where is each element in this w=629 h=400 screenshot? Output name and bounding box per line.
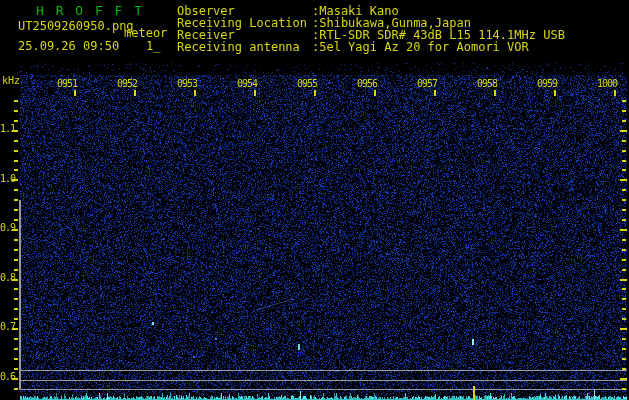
freq-tick-right [622, 150, 626, 152]
meteor-echo-mark [215, 338, 217, 340]
time-label-0954: 0954 [234, 79, 257, 89]
freq-label-0-6: 0.6 [0, 372, 17, 382]
freq-tick-left [14, 348, 18, 350]
app-title: H R O F F T [36, 4, 144, 17]
freq-tick-left [14, 259, 18, 261]
freq-tick-left [14, 338, 18, 340]
time-label-0952: 0952 [114, 79, 137, 89]
freq-tick-right [622, 388, 626, 390]
time-label-0956: 0956 [354, 79, 377, 89]
freq-tick-right [622, 358, 626, 360]
time-label-0951: 0951 [54, 79, 77, 89]
freq-tick-right [622, 298, 626, 300]
field-value-antenna: :5el Yagi Az 20 for Aomori VOR [312, 41, 529, 53]
freq-tick-right [622, 318, 626, 320]
field-label-antenna: Receiving antenna [177, 41, 300, 53]
spectrogram-noise-canvas [0, 0, 629, 400]
level-reference-line-lower [20, 389, 627, 390]
time-tick [494, 90, 496, 96]
hrofft-output: H R O F F T UT2509260950.png meteor 25.0… [0, 0, 629, 400]
freq-tick-left [14, 219, 18, 221]
level-reference-line-upper [20, 370, 627, 371]
freq-tick-right [622, 169, 626, 171]
freq-tick-right [622, 199, 626, 201]
freq-tick-left [14, 318, 18, 320]
echo-detection-line [473, 386, 475, 400]
observation-name: meteor [124, 27, 167, 39]
freq-tick-left [14, 269, 18, 271]
freq-tick-left [14, 368, 18, 370]
freq-tick-right [620, 378, 627, 380]
freq-tick-right [620, 229, 627, 231]
freq-axis-unit: kHz [2, 76, 20, 86]
freq-tick-left [14, 239, 18, 241]
plot-left-border-line [19, 200, 21, 390]
meteor-echo-mark [472, 339, 474, 345]
freq-tick-left [14, 388, 18, 390]
freq-label-1-0: 1.0 [0, 174, 17, 184]
time-tick [554, 90, 556, 96]
freq-label-0-8: 0.8 [0, 273, 17, 283]
freq-tick-right [622, 209, 626, 211]
time-label-0953: 0953 [174, 79, 197, 89]
output-filename: UT2509260950.png [18, 20, 134, 32]
freq-tick-right [620, 179, 627, 181]
time-tick [614, 90, 616, 96]
freq-tick-right [622, 249, 626, 251]
time-label-0958: 0958 [474, 79, 497, 89]
freq-tick-right [622, 100, 626, 102]
freq-tick-right [620, 328, 627, 330]
freq-tick-right [620, 279, 627, 281]
freq-tick-left [14, 110, 18, 112]
freq-tick-left [14, 150, 18, 152]
freq-tick-right [622, 120, 626, 122]
time-tick [434, 90, 436, 96]
freq-tick-right [622, 110, 626, 112]
freq-tick-left [14, 288, 18, 290]
time-tick [134, 90, 136, 96]
meteor-echo-mark [152, 322, 154, 325]
freq-tick-left [14, 298, 18, 300]
freq-tick-right [622, 189, 626, 191]
freq-tick-right [622, 140, 626, 142]
time-tick [314, 90, 316, 96]
freq-tick-right [622, 219, 626, 221]
level-reference-line-middle [20, 380, 627, 381]
freq-label-1-1: 1.1 [0, 124, 17, 134]
freq-tick-left [14, 140, 18, 142]
time-tick [254, 90, 256, 96]
freq-tick-right [622, 160, 626, 162]
time-label-0957: 0957 [414, 79, 437, 89]
time-label-0955: 0955 [294, 79, 317, 89]
freq-tick-left [14, 160, 18, 162]
freq-tick-right [620, 130, 627, 132]
freq-label-0-7: 0.7 [0, 322, 17, 332]
freq-tick-left [14, 308, 18, 310]
freq-tick-right [622, 259, 626, 261]
time-tick [374, 90, 376, 96]
freq-tick-right [622, 239, 626, 241]
freq-label-0-9: 0.9 [0, 223, 17, 233]
freq-tick-left [14, 249, 18, 251]
freq-tick-left [14, 100, 18, 102]
freq-tick-right [622, 368, 626, 370]
meteor-echo-mark [193, 356, 195, 358]
time-label-0959: 0959 [534, 79, 557, 89]
freq-tick-left [14, 199, 18, 201]
freq-tick-left [14, 169, 18, 171]
meteor-echo-mark [298, 344, 300, 350]
time-label-1000: 1000 [594, 79, 617, 89]
freq-tick-right [622, 269, 626, 271]
time-tick [194, 90, 196, 96]
freq-tick-left [14, 209, 18, 211]
time-tick [74, 90, 76, 96]
freq-tick-left [14, 189, 18, 191]
freq-tick-right [622, 348, 626, 350]
freq-tick-left [14, 120, 18, 122]
freq-tick-right [622, 338, 626, 340]
date-time: 25.09.26 09:50 [18, 40, 119, 52]
freq-tick-right [622, 288, 626, 290]
freq-tick-left [14, 358, 18, 360]
freq-tick-right [622, 308, 626, 310]
echo-counter: 1_ [146, 40, 160, 52]
